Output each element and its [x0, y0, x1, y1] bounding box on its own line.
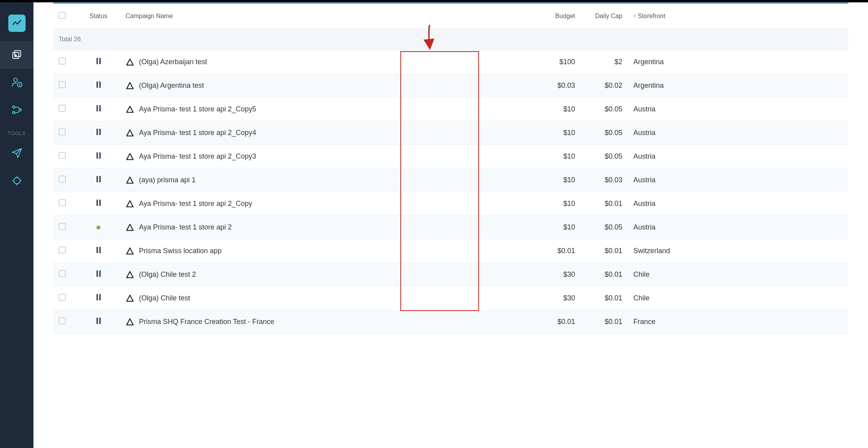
row-status[interactable] [77, 216, 120, 239]
row-status[interactable] [77, 74, 120, 98]
row-daily-cap: $0.05 [581, 216, 628, 239]
row-status[interactable] [77, 263, 120, 287]
pause-icon [96, 247, 101, 253]
row-storefront: Argentina [628, 74, 848, 98]
table-row[interactable]: (Olga) Chile test 2$30$0.01Chile [53, 263, 848, 287]
pause-icon [96, 81, 101, 88]
row-budget: $30 [533, 287, 581, 310]
table-row[interactable]: Aya Prisma- test 1 store api 2_Copy3$10$… [53, 145, 848, 168]
row-status[interactable] [77, 192, 120, 216]
svg-text:$: $ [19, 83, 20, 87]
header-campaign-name[interactable]: Campaign Name [120, 4, 533, 29]
row-checkbox[interactable] [59, 176, 66, 183]
campaign-name[interactable]: Aya Prisma- test 1 store api 2_Copy3 [139, 152, 256, 161]
row-budget: $10 [533, 216, 581, 239]
pause-icon [96, 200, 101, 206]
campaigns-table-wrap: Status Campaign Name Budget Daily Cap ↑S… [53, 2, 848, 334]
table-row[interactable]: (Olga) Azerbaijan test$100$2Argentina [53, 50, 848, 74]
campaign-name[interactable]: Aya Prisma- test 1 store api 2_Copy4 [139, 129, 256, 137]
app-triangle-icon [126, 270, 134, 279]
row-daily-cap: $0.01 [581, 310, 628, 334]
campaign-name[interactable]: (aya) prisma api 1 [139, 176, 196, 184]
row-daily-cap: $0.03 [581, 168, 628, 192]
table-row[interactable]: Aya Prisma- test 1 store api 2_Copy4$10$… [53, 121, 848, 145]
app-triangle-icon [126, 318, 134, 326]
row-status[interactable] [77, 168, 120, 192]
sidebar-item-campaigns[interactable] [0, 41, 33, 68]
campaign-name[interactable]: Aya Prisma- test 1 store api 2 [139, 223, 232, 231]
row-status[interactable] [77, 310, 120, 334]
row-status[interactable] [77, 50, 120, 74]
row-daily-cap: $0.05 [581, 145, 628, 168]
campaign-name[interactable]: (Olga) Argentina test [139, 81, 204, 90]
pause-icon [96, 58, 101, 64]
campaign-name[interactable]: Aya Prisma- test 1 store api 2_Copy5 [139, 105, 256, 113]
row-checkbox[interactable] [59, 57, 66, 65]
app-triangle-icon [126, 223, 134, 232]
row-status[interactable] [77, 121, 120, 145]
row-status[interactable] [77, 287, 120, 310]
header-daily-cap[interactable]: Daily Cap [581, 4, 628, 29]
table-row[interactable]: Aya Prisma- test 1 store api 2$10$0.05Au… [53, 216, 848, 239]
row-checkbox[interactable] [59, 270, 66, 277]
row-checkbox[interactable] [59, 105, 66, 112]
summary-row: Total 26 [53, 29, 848, 50]
row-daily-cap: $0.01 [581, 287, 628, 310]
campaign-name[interactable]: Prisma Swiss location app [139, 247, 222, 255]
row-checkbox[interactable] [59, 199, 66, 206]
app-triangle-icon [126, 81, 134, 90]
row-status[interactable] [77, 98, 120, 121]
row-budget: $30 [533, 263, 581, 287]
row-budget: $10 [533, 121, 581, 145]
select-all-checkbox[interactable] [59, 12, 66, 19]
row-checkbox[interactable] [59, 223, 66, 230]
row-checkbox[interactable] [59, 317, 66, 324]
table-row[interactable]: (aya) prisma api 1$10$0.03Austria [53, 168, 848, 192]
summary-total: Total 26 [53, 29, 533, 50]
header-storefront[interactable]: ↑Storefront [628, 4, 848, 29]
campaign-name[interactable]: (Olga) Azerbaijan test [139, 58, 207, 66]
header-select-all[interactable] [53, 4, 77, 29]
campaign-name[interactable]: (Olga) Chile test [139, 294, 190, 302]
row-daily-cap: $0.02 [581, 74, 628, 98]
table-row[interactable]: Aya Prisma- test 1 store api 2_Copy$10$0… [53, 192, 848, 216]
sidebar-item-target[interactable] [0, 167, 33, 194]
paper-plane-icon [11, 148, 22, 159]
header-budget[interactable]: Budget [533, 4, 581, 29]
header-status[interactable]: Status [77, 4, 120, 29]
row-checkbox[interactable] [59, 81, 66, 88]
row-checkbox[interactable] [59, 246, 66, 254]
row-checkbox[interactable] [59, 294, 66, 301]
table-row[interactable]: Prisma SHQ France Creation Test - France… [53, 310, 848, 334]
app-triangle-icon [126, 152, 134, 161]
campaign-name[interactable]: (Olga) Chile test 2 [139, 270, 196, 279]
sidebar-item-budget[interactable]: $ [0, 68, 33, 96]
table-row[interactable]: Aya Prisma- test 1 store api 2_Copy5$10$… [53, 98, 848, 121]
sidebar-item-send[interactable] [0, 139, 33, 167]
row-daily-cap: $2 [581, 50, 628, 74]
table-row[interactable]: (Olga) Argentina test$0.03$0.02Argentina [53, 74, 848, 98]
svg-point-8 [12, 111, 15, 114]
pause-icon [96, 318, 101, 324]
row-status[interactable] [77, 239, 120, 263]
table-row[interactable]: Prisma Swiss location app$0.01$0.01Switz… [53, 239, 848, 263]
svg-point-10 [13, 178, 20, 184]
campaign-name[interactable]: Aya Prisma- test 1 store api 2_Copy [139, 200, 252, 208]
app-triangle-icon [126, 294, 134, 303]
sidebar: $ TOOLS [0, 2, 33, 448]
sidebar-section-tools-label: TOOLS [0, 131, 33, 136]
nodes-icon [11, 104, 22, 115]
crosshair-icon [11, 175, 22, 186]
sidebar-item-structure[interactable] [0, 96, 33, 124]
table-header-row: Status Campaign Name Budget Daily Cap ↑S… [53, 4, 848, 29]
app-triangle-icon [126, 105, 134, 114]
row-status[interactable] [77, 145, 120, 168]
table-row[interactable]: (Olga) Chile test$30$0.01Chile [53, 287, 848, 310]
row-storefront: Chile [628, 263, 848, 287]
svg-point-7 [12, 106, 15, 108]
sidebar-logo[interactable] [0, 9, 33, 37]
row-budget: $100 [533, 50, 581, 74]
row-checkbox[interactable] [59, 128, 66, 135]
row-checkbox[interactable] [59, 152, 66, 159]
campaign-name[interactable]: Prisma SHQ France Creation Test - France [139, 318, 274, 326]
